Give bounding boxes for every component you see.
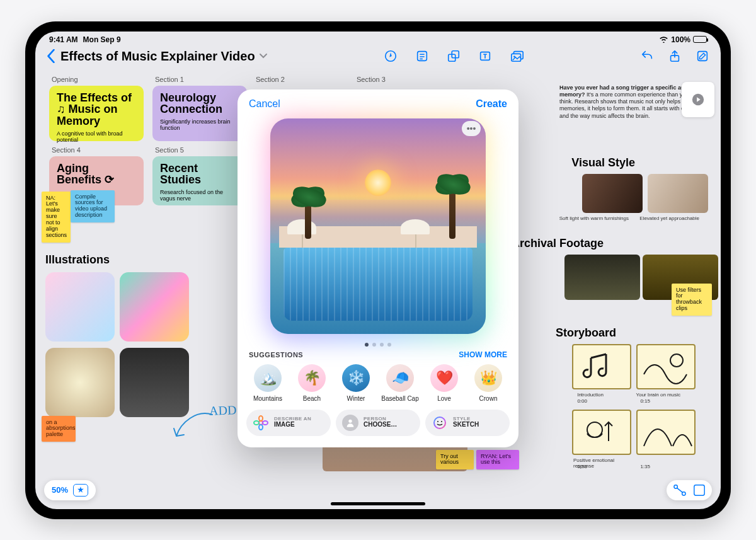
crown-icon: 👑 <box>474 364 502 392</box>
panel-title: Archival Footage <box>512 237 604 250</box>
audio-attachment[interactable] <box>682 82 714 117</box>
toolbar-center <box>384 49 524 63</box>
suggestion-winter[interactable]: ❄️ Winter <box>337 364 375 402</box>
sticky-note[interactable]: Try out various <box>436 450 474 470</box>
sticky-note[interactable]: RYAN: Let's use this <box>476 450 519 470</box>
shapes-tool-icon[interactable] <box>447 49 461 63</box>
wifi-icon <box>659 36 668 43</box>
svg-point-17 <box>259 416 263 421</box>
app-header: Effects of Music Explainer Video <box>35 45 721 69</box>
storyboard-frame[interactable] <box>572 344 631 389</box>
compose-icon[interactable] <box>696 49 709 63</box>
svg-point-19 <box>254 421 259 425</box>
media-tool-icon[interactable] <box>510 49 524 63</box>
image-caption: Elevated yet approachable <box>639 215 699 221</box>
panel-title: Storyboard <box>556 326 616 340</box>
image-thumb[interactable] <box>582 174 643 213</box>
storyboard-time: 0:15 <box>640 398 650 404</box>
svg-point-12 <box>587 422 602 437</box>
undo-icon[interactable] <box>640 49 654 63</box>
svg-point-22 <box>434 417 445 428</box>
connections-icon[interactable] <box>673 484 687 497</box>
sticky-note[interactable]: NA: Let's make sure not to align section… <box>42 192 71 243</box>
flower-icon <box>253 415 269 431</box>
image-playground-modal: Cancel Create ••• <box>238 89 518 447</box>
person-icon <box>342 415 358 431</box>
image-thumb[interactable] <box>648 174 708 213</box>
section-label: Section 4 <box>52 146 81 154</box>
page-dot[interactable] <box>380 343 384 347</box>
battery-icon <box>693 36 707 43</box>
status-date: Mon Sep 9 <box>83 35 121 44</box>
storyboard-frame[interactable] <box>636 344 696 389</box>
section-label: Opening <box>52 76 78 83</box>
zoom-value: 50% <box>52 485 68 495</box>
card-s1[interactable]: Neurology Connection Significantly incre… <box>152 86 247 141</box>
storyboard-frame[interactable] <box>636 410 696 455</box>
describe-image-button[interactable]: DESCRIBE ANIMAGE <box>246 410 331 436</box>
choose-style-button[interactable]: STYLESKETCH <box>425 410 510 436</box>
sticky-note[interactable]: on a absorptions palette <box>42 416 76 442</box>
winter-icon: ❄️ <box>342 364 370 392</box>
svg-point-20 <box>263 421 268 425</box>
illustration-thumb[interactable] <box>120 348 189 417</box>
suggestion-crown[interactable]: 👑 Crown <box>469 364 507 402</box>
more-options-button[interactable]: ••• <box>462 121 481 136</box>
illustration-thumb[interactable] <box>45 348 115 417</box>
page-dot[interactable] <box>365 343 369 347</box>
page-dot[interactable] <box>387 343 391 347</box>
svg-point-21 <box>348 419 352 422</box>
text-tool-icon[interactable] <box>478 49 492 63</box>
image-caption: Soft light with warm furnishings <box>559 215 629 221</box>
panel-title: Visual Style <box>571 156 635 169</box>
storyboard-time: 0:50 <box>577 464 587 469</box>
card-opening[interactable]: The Effects of ♫ Music on Memory A cogni… <box>49 86 144 141</box>
board-icon[interactable] <box>693 484 706 497</box>
storyboard-time: 0:00 <box>577 398 587 404</box>
card-s5[interactable]: Recent Studies Research focused on the v… <box>152 156 247 205</box>
status-bar: 9:41 AM Mon Sep 9 100% <box>35 32 721 45</box>
generated-image-preview[interactable] <box>270 118 486 334</box>
home-indicator[interactable] <box>331 502 425 505</box>
suggestion-love[interactable]: ❤️ Love <box>425 364 463 402</box>
suggestion-mountains[interactable]: 🏔️ Mountains <box>249 364 287 402</box>
document-title[interactable]: Effects of Music Explainer Video <box>60 49 255 64</box>
suggestion-beach[interactable]: 🌴 Beach <box>293 364 331 402</box>
zoom-control[interactable]: 50% ★ <box>44 480 96 500</box>
suggestions-label: SUGGESTIONS <box>249 351 303 359</box>
create-button[interactable]: Create <box>476 98 507 110</box>
show-more-button[interactable]: SHOW MORE <box>459 350 507 359</box>
storyboard-time: 1:35 <box>640 464 650 469</box>
suggestion-list: 🏔️ Mountains 🌴 Beach ❄️ Winter 🧢 Basebal… <box>238 364 518 410</box>
illustration-thumb[interactable] <box>120 272 189 342</box>
sticky-note[interactable]: Compile sources for video upload descrip… <box>71 190 115 223</box>
play-icon <box>691 93 705 106</box>
fit-to-screen-icon[interactable]: ★ <box>73 484 88 497</box>
note-tool-icon[interactable] <box>415 49 429 63</box>
pen-tool-icon[interactable] <box>384 49 398 63</box>
beach-icon: 🌴 <box>298 364 326 392</box>
storyboard-frame[interactable] <box>572 410 631 455</box>
section-label: Section 2 <box>256 76 285 83</box>
page-dot[interactable] <box>372 343 376 347</box>
screen: 9:41 AM Mon Sep 9 100% Effects of Music … <box>35 32 721 509</box>
suggestion-baseball-cap[interactable]: 🧢 Baseball Cap <box>381 364 419 402</box>
svg-point-24 <box>441 421 442 422</box>
status-time: 9:41 AM <box>49 35 78 44</box>
view-tools <box>667 480 712 500</box>
section-label: Section 5 <box>155 146 184 154</box>
cancel-button[interactable]: Cancel <box>249 98 280 110</box>
love-icon: ❤️ <box>430 364 458 392</box>
svg-point-18 <box>259 425 263 430</box>
chevron-down-icon[interactable] <box>259 53 268 59</box>
svg-point-11 <box>670 354 683 367</box>
section-label: Section 3 <box>357 76 386 83</box>
back-button[interactable] <box>47 49 55 63</box>
share-icon[interactable] <box>668 49 682 63</box>
sticky-note[interactable]: Use filters for throwback clips <box>672 284 712 316</box>
image-thumb[interactable] <box>564 255 640 300</box>
cap-icon: 🧢 <box>386 364 414 392</box>
choose-person-button[interactable]: PERSONCHOOSE… <box>336 410 420 436</box>
style-icon <box>432 415 448 431</box>
illustration-thumb[interactable] <box>45 272 115 342</box>
